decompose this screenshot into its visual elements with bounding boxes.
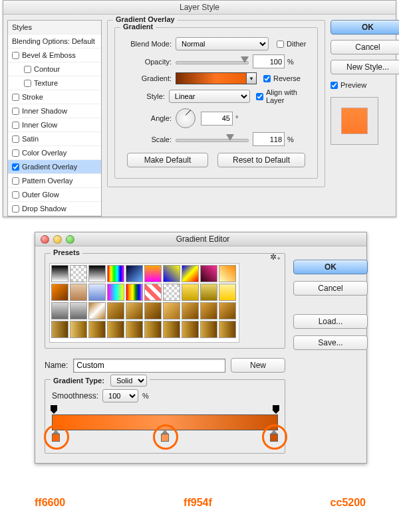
preset-thumb[interactable] (200, 321, 217, 338)
preset-thumb[interactable] (144, 265, 162, 282)
sidebar-checkbox[interactable] (12, 191, 19, 199)
dither-checkbox[interactable] (277, 41, 284, 48)
preset-thumb[interactable] (182, 302, 199, 319)
preset-thumb[interactable] (107, 265, 124, 282)
preset-thumb[interactable] (219, 321, 236, 338)
ok-button[interactable]: OK (293, 260, 368, 274)
preset-thumb[interactable] (70, 265, 87, 282)
sidebar-checkbox[interactable] (12, 122, 19, 129)
sidebar-checkbox[interactable] (24, 80, 31, 87)
sidebar-checkbox[interactable] (12, 108, 19, 115)
sidebar-item-texture[interactable]: Texture (8, 76, 101, 90)
preset-thumb[interactable] (70, 302, 87, 319)
name-input[interactable] (73, 359, 225, 373)
sidebar-item-stroke[interactable]: Stroke (8, 90, 101, 104)
save-button[interactable]: Save... (293, 335, 368, 350)
preset-thumb[interactable] (70, 284, 87, 301)
sidebar-checkbox[interactable] (12, 135, 19, 143)
preset-thumb[interactable] (70, 321, 87, 338)
sidebar-item-gradient-overlay[interactable]: Gradient Overlay (8, 160, 101, 174)
sidebar-item-outer-glow[interactable]: Outer Glow (8, 188, 101, 202)
gear-icon[interactable]: ✲₊ (270, 252, 281, 262)
sidebar-item-bevel-emboss[interactable]: Bevel & Emboss (8, 48, 101, 62)
preset-thumb[interactable] (88, 284, 106, 301)
sidebar-blending-options[interactable]: Blending Options: Default (8, 35, 101, 48)
preset-thumb[interactable] (200, 302, 217, 319)
sidebar-item-inner-glow[interactable]: Inner Glow (8, 118, 101, 132)
sidebar-checkbox[interactable] (12, 163, 19, 171)
angle-input[interactable] (201, 112, 233, 126)
gradient-bar[interactable] (52, 408, 278, 442)
preset-thumb[interactable] (88, 265, 106, 282)
preset-thumb[interactable] (126, 265, 143, 282)
preset-grid[interactable] (49, 263, 239, 343)
preset-thumb[interactable] (219, 265, 236, 282)
preset-thumb[interactable] (126, 321, 143, 338)
preset-thumb[interactable] (163, 265, 180, 282)
sidebar-checkbox[interactable] (12, 205, 19, 213)
preset-thumb[interactable] (219, 302, 236, 319)
opacity-input[interactable] (253, 54, 285, 68)
smoothness-input[interactable]: 100 (102, 389, 138, 402)
blend-mode-select[interactable]: Normal (176, 37, 269, 50)
sidebar-checkbox[interactable] (12, 52, 19, 59)
sidebar-checkbox[interactable] (12, 149, 19, 157)
sidebar-item-contour[interactable]: Contour (8, 62, 101, 76)
preset-thumb[interactable] (144, 302, 162, 319)
gradient-type-select[interactable]: Solid (110, 375, 147, 387)
sidebar-item-inner-shadow[interactable]: Inner Shadow (8, 104, 101, 118)
sidebar-checkbox[interactable] (24, 66, 31, 73)
align-checkbox[interactable] (256, 93, 263, 100)
make-default-button[interactable]: Make Default (127, 153, 208, 167)
reverse-checkbox[interactable] (263, 75, 271, 82)
preset-thumb[interactable] (107, 284, 124, 301)
new-style-button[interactable]: New Style... (331, 60, 399, 74)
preset-thumb[interactable] (107, 321, 124, 338)
ok-button[interactable]: OK (331, 20, 399, 35)
preset-thumb[interactable] (200, 265, 217, 282)
new-button[interactable]: New (231, 358, 285, 373)
preset-thumb[interactable] (219, 284, 236, 301)
preset-thumb[interactable] (163, 321, 180, 338)
scale-input[interactable] (253, 132, 285, 146)
sidebar-checkbox[interactable] (12, 177, 19, 185)
sidebar-item-pattern-overlay[interactable]: Pattern Overlay (8, 174, 101, 188)
close-icon[interactable] (41, 235, 49, 244)
preset-thumb[interactable] (51, 321, 68, 338)
chevron-down-icon[interactable]: ▼ (246, 73, 256, 84)
preview-toggle[interactable]: Preview (331, 81, 392, 89)
style-select[interactable]: Linear (169, 90, 250, 103)
preset-thumb[interactable] (182, 284, 199, 301)
angle-dial[interactable] (176, 108, 196, 128)
preset-thumb[interactable] (126, 302, 143, 319)
preview-checkbox[interactable] (331, 82, 338, 89)
preset-thumb[interactable] (182, 321, 199, 338)
preset-thumb[interactable] (144, 284, 162, 301)
sidebar-header[interactable]: Styles (8, 21, 101, 35)
cancel-button[interactable]: Cancel (293, 281, 368, 296)
sidebar-item-drop-shadow[interactable]: Drop Shadow (8, 202, 101, 216)
sidebar-item-color-overlay[interactable]: Color Overlay (8, 146, 101, 160)
cancel-button[interactable]: Cancel (331, 40, 399, 54)
sidebar-item-satin[interactable]: Satin (8, 132, 101, 146)
preset-thumb[interactable] (182, 265, 199, 282)
preset-thumb[interactable] (107, 302, 124, 319)
preset-thumb[interactable] (51, 302, 68, 319)
gradient-swatch[interactable]: ▼ (176, 72, 257, 84)
reset-default-button[interactable]: Reset to Default (217, 153, 305, 167)
preset-thumb[interactable] (88, 302, 106, 319)
scale-slider[interactable] (176, 135, 249, 144)
opacity-slider[interactable] (176, 57, 249, 66)
preset-thumb[interactable] (126, 284, 143, 301)
minimize-icon[interactable] (53, 235, 62, 244)
zoom-icon[interactable] (66, 235, 74, 244)
preset-thumb[interactable] (163, 302, 180, 319)
preset-thumb[interactable] (51, 284, 68, 301)
load-button[interactable]: Load... (293, 314, 368, 329)
preset-thumb[interactable] (88, 321, 106, 338)
sidebar-checkbox[interactable] (12, 94, 19, 101)
preset-thumb[interactable] (163, 284, 180, 301)
preset-thumb[interactable] (144, 321, 162, 338)
preset-thumb[interactable] (200, 284, 217, 301)
preset-thumb[interactable] (51, 265, 68, 282)
